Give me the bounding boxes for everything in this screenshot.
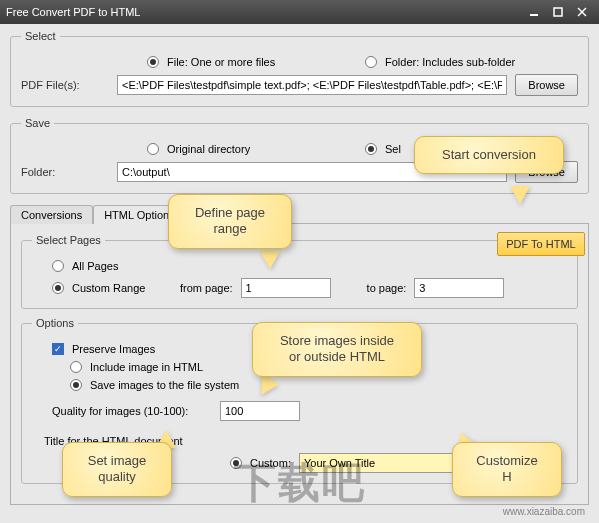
pdf-to-html-button[interactable]: PDF To HTML [497, 232, 585, 256]
custom-range-label: Custom Range [72, 282, 172, 294]
save-images-fs-label: Save images to the file system [90, 379, 239, 391]
original-dir-radio[interactable] [147, 143, 159, 155]
preserve-images-checkbox[interactable] [52, 343, 64, 355]
tab-conversions[interactable]: Conversions [10, 205, 93, 224]
custom-title-input[interactable] [299, 453, 469, 473]
close-button[interactable] [571, 4, 593, 20]
file-radio[interactable] [147, 56, 159, 68]
maximize-button[interactable] [547, 4, 569, 20]
callout-start: Start conversion [414, 136, 564, 174]
custom-title-radio[interactable] [230, 457, 242, 469]
select-legend: Select [21, 30, 60, 42]
browse-files-button[interactable]: Browse [515, 74, 578, 96]
svg-rect-1 [554, 8, 562, 16]
tabs: Conversions HTML Options [10, 204, 589, 223]
to-page-label: to page: [367, 282, 407, 294]
svg-rect-0 [530, 14, 538, 16]
quality-input[interactable] [220, 401, 300, 421]
pdf-files-label: PDF File(s): [21, 79, 109, 91]
include-image-label: Include image in HTML [90, 361, 203, 373]
titlebar: Free Convert PDF to HTML [0, 0, 599, 24]
callout-range: Define page range [168, 194, 292, 249]
all-pages-label: All Pages [72, 260, 118, 272]
callout-quality: Set image quality [62, 442, 172, 497]
callout-custom: Customize H [452, 442, 562, 497]
folder-label: Folder: [21, 166, 109, 178]
file-radio-label: File: One or more files [167, 56, 357, 68]
save-images-fs-radio[interactable] [70, 379, 82, 391]
quality-label: Quality for images (10-100): [52, 405, 212, 417]
folder-radio[interactable] [365, 56, 377, 68]
options-legend: Options [32, 317, 78, 329]
select-dir-radio[interactable] [365, 143, 377, 155]
from-page-label: from page: [180, 282, 233, 294]
window-title: Free Convert PDF to HTML [6, 6, 140, 18]
all-pages-radio[interactable] [52, 260, 64, 272]
callout-range-tail [260, 251, 280, 269]
callout-start-tail [510, 186, 530, 204]
select-pages-legend: Select Pages [32, 234, 105, 246]
select-group: Select File: One or more files Folder: I… [10, 30, 589, 107]
custom-range-radio[interactable] [52, 282, 64, 294]
callout-store: Store images inside or outside HTML [252, 322, 422, 377]
preserve-images-label: Preserve Images [72, 343, 155, 355]
select-dir-label: Sel [385, 143, 401, 155]
from-page-input[interactable] [241, 278, 331, 298]
save-legend: Save [21, 117, 54, 129]
include-image-radio[interactable] [70, 361, 82, 373]
custom-title-label: Custom: [250, 457, 291, 469]
original-dir-label: Original directory [167, 143, 357, 155]
folder-radio-label: Folder: Includes sub-folder [385, 56, 515, 68]
minimize-button[interactable] [523, 4, 545, 20]
pdf-files-input[interactable] [117, 75, 507, 95]
select-pages-group: Select Pages All Pages Custom Range from… [21, 234, 578, 309]
to-page-input[interactable] [414, 278, 504, 298]
